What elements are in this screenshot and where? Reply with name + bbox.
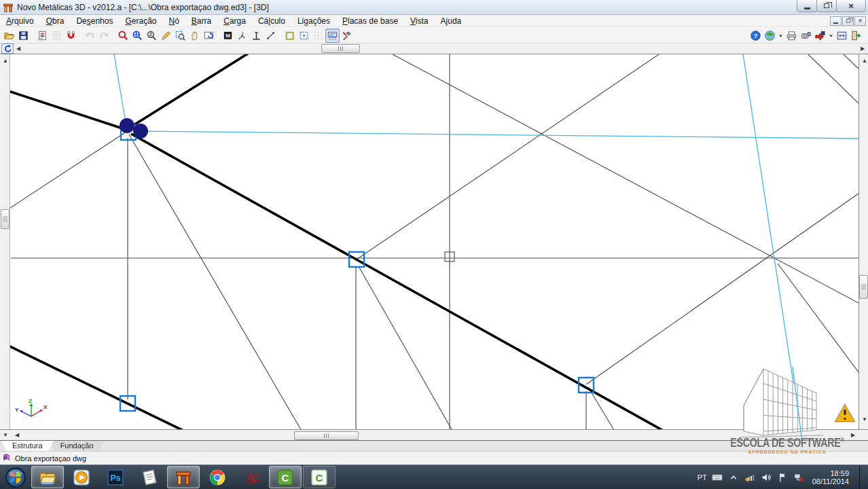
edit-button[interactable]	[159, 29, 173, 43]
menu-desenhos[interactable]: Desenhos	[70, 16, 119, 26]
status-bar: Obra exportaçao dwg	[0, 451, 868, 465]
tray-keyboard-icon[interactable]	[712, 471, 723, 483]
zoom-region-button[interactable]	[173, 29, 187, 43]
coordinates-panel-button[interactable]	[325, 29, 340, 43]
nodesel-icon	[236, 30, 248, 41]
tray-network-icon[interactable]	[744, 471, 756, 483]
dimension-button[interactable]	[264, 29, 278, 43]
menu-vista[interactable]: Vista	[404, 16, 434, 26]
tab-fundacao[interactable]: Fundação	[50, 441, 105, 451]
open-button[interactable]	[2, 29, 16, 43]
zoom-double-button[interactable]: 2	[145, 29, 159, 43]
close-icon: ×	[848, 1, 854, 10]
show-desktop-button[interactable]	[859, 465, 864, 489]
views-window-button[interactable]: M	[221, 29, 235, 43]
taskbar-camtasia[interactable]: C	[303, 466, 336, 488]
exit-button[interactable]	[849, 29, 863, 43]
menu-no[interactable]: Nó	[162, 16, 185, 26]
online-services-dropdown[interactable]	[777, 29, 784, 43]
pan-down-arrow-right[interactable]: ▼	[862, 417, 867, 422]
taskbar: PsA2010CC PT 18:59 08/11/2014	[0, 465, 868, 489]
menu-carga[interactable]: Carga	[217, 16, 252, 26]
menu-barra[interactable]: Barra	[185, 16, 217, 26]
clock-date: 08/11/2014	[812, 477, 849, 486]
snap-magnet-button[interactable]	[64, 29, 78, 43]
start-button[interactable]	[3, 466, 29, 489]
language-indicator[interactable]: PT	[698, 473, 707, 482]
pan-handle-top[interactable]	[321, 44, 360, 53]
pan-left-arrow[interactable]: ◀	[16, 46, 20, 52]
pan-right-arrow-top[interactable]: ▶	[861, 46, 865, 52]
mdi-restore-button[interactable]	[842, 16, 854, 26]
taskbar-autocad[interactable]: A2010	[235, 466, 268, 488]
import-dxf-button[interactable]	[35, 29, 50, 43]
drawing-canvas[interactable]: Z X Y	[10, 54, 858, 429]
taskbar-metalicas3d[interactable]	[167, 466, 200, 488]
taskbar-media-player[interactable]	[65, 466, 98, 488]
point-capture-button[interactable]	[297, 29, 311, 43]
zoom-extents-button[interactable]	[130, 29, 145, 43]
restore-button[interactable]	[816, 0, 837, 12]
zoom-window-button[interactable]	[116, 29, 130, 43]
wmp-icon	[73, 469, 90, 486]
tab-estrutura[interactable]: Estrutura	[1, 441, 54, 451]
taskbar-chrome[interactable]	[201, 466, 234, 488]
toolbar-separator	[80, 29, 81, 41]
print-preview-button[interactable]	[799, 29, 813, 43]
save-button[interactable]	[16, 29, 31, 43]
redraw-button[interactable]	[202, 29, 216, 43]
pan-up-arrow-left[interactable]: ▲	[3, 58, 8, 64]
pan-up-arrow-right[interactable]: ▲	[862, 58, 867, 64]
tray-show-hidden-icon[interactable]	[728, 471, 740, 483]
window-arrange-button[interactable]	[835, 29, 849, 43]
notepad-icon	[141, 469, 158, 486]
taskbar-notepad[interactable]	[133, 466, 166, 488]
node-reference-button[interactable]	[235, 29, 249, 43]
help-button[interactable]: ?	[748, 29, 763, 43]
taskbar-explorer[interactable]	[31, 466, 64, 488]
orthogonal-button[interactable]	[249, 29, 264, 43]
tray-action-center-icon[interactable]	[777, 471, 789, 483]
close-button[interactable]: ×	[836, 0, 866, 12]
exit-icon	[850, 30, 862, 41]
print-button[interactable]	[784, 29, 799, 43]
export-dropdown[interactable]	[827, 29, 835, 43]
pan-bar-right[interactable]: ▲ ▼	[858, 54, 868, 429]
menu-placas-de-base[interactable]: Placas de base	[336, 16, 404, 26]
taskbar-camtasia-recorder[interactable]: C	[269, 466, 302, 488]
pan-handle-right[interactable]	[859, 275, 868, 299]
menu-calculo[interactable]: Cálculo	[252, 16, 291, 26]
menu-geracao[interactable]: Geração	[119, 16, 162, 26]
tray-disconnected-icon[interactable]	[793, 471, 805, 483]
rotate-view-button[interactable]	[1, 43, 14, 54]
configuration-button[interactable]	[340, 29, 354, 43]
caret-icon	[778, 33, 784, 39]
taskbar-clock[interactable]: 18:59 08/11/2014	[810, 469, 854, 486]
online-services-button[interactable]	[763, 29, 777, 43]
svg-text:C: C	[282, 471, 289, 483]
taskbar-photoshop[interactable]: Ps	[99, 466, 132, 488]
menu-obra[interactable]: Obra	[40, 16, 71, 26]
menu-ajuda[interactable]: Ajuda	[435, 16, 468, 26]
pan-left-arrow-bottom[interactable]: ◀	[15, 433, 19, 438]
tray-volume-icon[interactable]	[761, 471, 772, 483]
selection-box-button[interactable]	[283, 29, 297, 43]
printer-icon	[786, 30, 797, 41]
export-button[interactable]	[813, 29, 827, 43]
menu-ligacoes[interactable]: Ligações	[291, 16, 336, 26]
menu-arquivo[interactable]: Arquivo	[0, 16, 40, 26]
pan-bar-top[interactable]: ◀ ▶	[0, 43, 868, 54]
pan-bar-bottom[interactable]: ▼ ◀ ▶	[0, 429, 868, 440]
toolbar-separator	[33, 29, 33, 41]
pan-handle-bottom[interactable]	[294, 431, 359, 440]
mdi-minimize-button[interactable]	[830, 16, 842, 26]
minimize-button[interactable]	[797, 0, 817, 12]
pan-down-arrow-left[interactable]: ▼	[3, 433, 8, 438]
pan-button[interactable]	[187, 29, 202, 43]
dxf2-icon	[51, 30, 62, 41]
flag-icon	[777, 472, 788, 483]
pan-right-arrow-bottom[interactable]: ▶	[851, 433, 855, 438]
pan-handle-left[interactable]	[1, 209, 10, 229]
mdi-close-button[interactable]: ×	[854, 16, 866, 26]
pan-bar-left[interactable]: ▲	[0, 54, 10, 429]
